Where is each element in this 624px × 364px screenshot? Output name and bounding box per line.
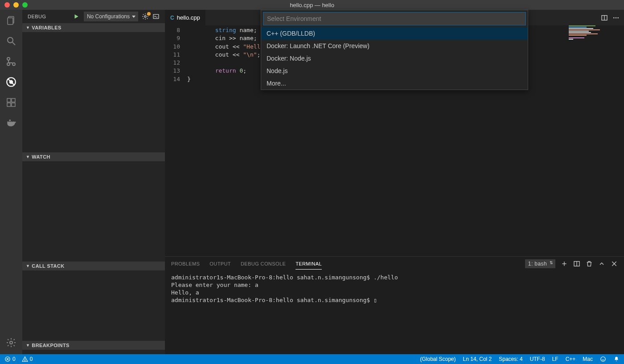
feedback-icon[interactable] (600, 356, 606, 362)
svg-point-2 (8, 37, 13, 43)
configure-gear-button[interactable] (142, 13, 149, 20)
eol-status[interactable]: LF (552, 356, 558, 362)
svg-rect-1 (8, 18, 13, 25)
watch-section-header[interactable]: ▼ WATCH (22, 152, 165, 161)
breakpoints-section-header[interactable]: ▼ BREAKPOINTS (22, 341, 165, 350)
notifications-icon[interactable] (613, 356, 620, 362)
encoding-status[interactable]: UTF-8 (530, 356, 545, 362)
terminal-controls: 1: bash (525, 259, 618, 268)
svg-point-15 (144, 16, 146, 17)
line-number-gutter: 891011121314 (165, 25, 187, 256)
explorer-icon[interactable] (5, 14, 17, 27)
palette-input[interactable] (263, 12, 526, 25)
svg-point-20 (616, 17, 617, 18)
maximize-window-button[interactable] (22, 2, 28, 8)
debug-config-value: No Configurations (87, 13, 130, 20)
scm-icon[interactable] (5, 55, 17, 68)
close-window-button[interactable] (4, 2, 10, 8)
language-status[interactable]: C++ (566, 356, 576, 362)
svg-point-9 (10, 81, 13, 84)
svg-point-21 (617, 17, 619, 18)
cpp-file-icon: C (170, 15, 174, 21)
problems-tab[interactable]: PROBLEMS (171, 258, 200, 269)
variables-label: VARIABLES (32, 25, 61, 30)
debug-sidebar: DEBUG No Configurations ▼ VARIABLES ▼ WA… (22, 10, 165, 354)
maximize-panel-button[interactable] (598, 260, 605, 267)
errors-status[interactable]: 0 (4, 356, 16, 362)
kill-terminal-button[interactable] (586, 260, 593, 267)
minimize-window-button[interactable] (13, 2, 19, 8)
callstack-body (22, 270, 165, 341)
svg-rect-10 (7, 98, 11, 102)
split-terminal-button[interactable] (573, 260, 580, 267)
palette-item[interactable]: Node.js (261, 65, 528, 77)
breakpoints-body (22, 350, 165, 354)
status-bar: 0 0 (Global Scope) Ln 14, Col 2 Spaces: … (0, 354, 624, 364)
search-icon[interactable] (5, 35, 17, 47)
split-editor-button[interactable] (601, 14, 608, 21)
palette-item[interactable]: C++ (GDB/LLDB) (261, 27, 528, 40)
new-terminal-button[interactable] (561, 260, 568, 267)
debug-header: DEBUG No Configurations (22, 10, 165, 23)
svg-rect-16 (153, 14, 159, 18)
close-panel-button[interactable] (611, 260, 618, 267)
debug-config-select[interactable]: No Configurations (84, 12, 138, 21)
settings-gear-icon[interactable] (5, 336, 17, 349)
command-palette: C++ (GDB/LLDB)Docker: Launch .NET Core (… (261, 10, 528, 90)
svg-rect-13 (12, 103, 15, 106)
variables-body (22, 32, 165, 152)
palette-item[interactable]: Docker: Node.js (261, 52, 528, 65)
editor-actions (601, 14, 624, 21)
palette-item[interactable]: More... (261, 77, 528, 90)
os-status[interactable]: Mac (583, 356, 593, 362)
svg-point-4 (7, 57, 10, 60)
output-tab[interactable]: OUTPUT (209, 258, 231, 269)
terminal-output[interactable]: administrator1s-MacBook-Pro-8:hello saha… (165, 271, 624, 354)
indent-status[interactable]: Spaces: 4 (499, 356, 522, 362)
debug-console-tab[interactable]: DEBUG CONSOLE (241, 258, 286, 269)
main-layout: DEBUG No Configurations ▼ VARIABLES ▼ WA… (0, 10, 624, 354)
breakpoints-label: BREAKPOINTS (32, 343, 69, 348)
terminal-select-value: 1: bash (528, 261, 547, 267)
terminal-tab[interactable]: TERMINAL (296, 258, 322, 270)
svg-point-19 (613, 17, 615, 18)
more-actions-button[interactable] (612, 14, 620, 21)
svg-rect-12 (7, 103, 11, 106)
svg-point-14 (10, 341, 12, 344)
docker-icon[interactable] (5, 117, 17, 129)
twisty-icon: ▼ (26, 343, 30, 348)
watch-body (22, 161, 165, 262)
variables-section-header[interactable]: ▼ VARIABLES (22, 23, 165, 32)
debug-icon[interactable] (5, 76, 17, 88)
titlebar: hello.cpp — hello (0, 0, 624, 10)
editor-area: C hello.cpp 891011121314 string name; ci… (165, 10, 624, 354)
config-badge-dot (147, 12, 151, 16)
extensions-icon[interactable] (5, 96, 17, 109)
twisty-icon: ▼ (26, 155, 30, 159)
activity-bar (0, 10, 22, 354)
svg-point-33 (601, 357, 606, 362)
callstack-section-header[interactable]: ▼ CALL STACK (22, 262, 165, 270)
twisty-icon: ▼ (26, 264, 30, 268)
svg-point-6 (7, 63, 10, 65)
scope-status[interactable]: (Global Scope) (420, 356, 456, 362)
warnings-status[interactable]: 0 (22, 356, 33, 362)
start-debug-button[interactable] (72, 12, 80, 20)
cursor-position-status[interactable]: Ln 14, Col 2 (463, 356, 492, 362)
terminal-select[interactable]: 1: bash (525, 259, 555, 268)
editor-tab-hello[interactable]: C hello.cpp (165, 10, 206, 25)
palette-list: C++ (GDB/LLDB)Docker: Launch .NET Core (… (261, 27, 528, 90)
window-controls (0, 2, 28, 8)
window-title: hello.cpp — hello (290, 2, 334, 8)
tab-filename: hello.cpp (177, 14, 200, 21)
callstack-label: CALL STACK (32, 263, 64, 269)
watch-label: WATCH (32, 154, 50, 160)
bottom-panel: PROBLEMS OUTPUT DEBUG CONSOLE TERMINAL 1… (165, 256, 624, 354)
twisty-icon: ▼ (26, 25, 30, 30)
palette-item[interactable]: Docker: Launch .NET Core (Preview) (261, 40, 528, 52)
svg-point-32 (25, 360, 25, 361)
svg-point-5 (12, 63, 15, 65)
debug-label: DEBUG (28, 14, 46, 19)
debug-console-button[interactable] (152, 13, 160, 20)
svg-rect-11 (12, 98, 15, 102)
